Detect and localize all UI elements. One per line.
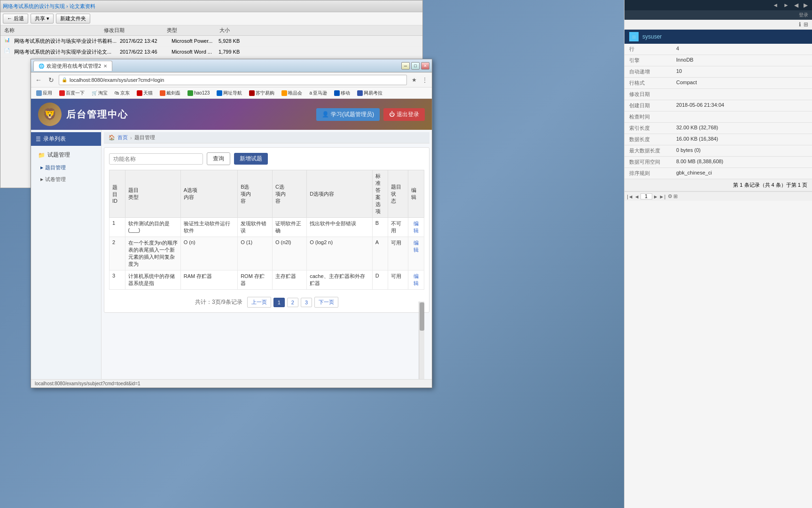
bookmark-baidu[interactable]: 百度一下: [56, 89, 87, 97]
file-row[interactable]: 📊 网络考试系统的设计与场实毕业设计书着科... 2017/6/22 13:42…: [0, 36, 422, 47]
db-info-label: 自动递增: [629, 68, 676, 75]
fe-path-part1[interactable]: 网络考试系统的设计与实现 › 论文素资料: [3, 3, 95, 10]
search-btn[interactable]: 查询: [207, 152, 230, 165]
db-info-value: 0 bytes (0): [676, 147, 701, 154]
breadcrumb-home[interactable]: 首页: [117, 134, 128, 141]
logout-btn[interactable]: ⏻ 退出登录: [383, 108, 425, 121]
daijian-icon: [160, 90, 165, 96]
db-info-row: 修改日期: [625, 89, 812, 100]
tab-close-btn[interactable]: ✕: [103, 64, 107, 69]
breadcrumb-home-icon: 🏠: [109, 135, 115, 141]
edit-btn[interactable]: 编辑: [411, 239, 421, 254]
th-id: 题目ID: [109, 170, 125, 218]
close-btn[interactable]: ✕: [421, 62, 429, 70]
bookmark-taobao[interactable]: 🛒 淘宝: [89, 89, 110, 97]
cell-edit[interactable]: 编辑: [408, 270, 424, 290]
bookmark-online[interactable]: 网易考拉: [354, 89, 385, 97]
bookmarks-bar: 应用 百度一下 🛒 淘宝 🛍 京东 天猫 戴剑磊: [31, 87, 432, 99]
cell-edit[interactable]: 编辑: [408, 237, 424, 270]
taobao-icon: 🛒: [92, 90, 97, 95]
window-controls: ─ □ ✕: [401, 62, 429, 70]
page-2-btn[interactable]: 2: [287, 298, 298, 307]
page-3-btn[interactable]: 3: [301, 298, 312, 307]
maximize-btn[interactable]: □: [411, 62, 420, 70]
refresh-btn[interactable]: ↻: [46, 75, 56, 85]
nav-first-icon[interactable]: |◄: [627, 194, 633, 199]
bookmark-weidian[interactable]: 唯品会: [279, 89, 305, 97]
sidebar: ☰ 录单列表 📁 试题管理 ▶ 题目管理 ▶: [31, 130, 102, 379]
menu-icon[interactable]: ⋮: [420, 75, 429, 85]
db-page-input[interactable]: [640, 193, 652, 199]
bookmark-yidong[interactable]: 移动: [331, 89, 353, 97]
db-info-row: 引擎InnoDB: [625, 55, 812, 66]
new-question-btn[interactable]: 新增试题: [234, 153, 268, 165]
cell-c: 证明软件正确: [272, 218, 306, 237]
bookmark-apps[interactable]: 应用: [33, 89, 55, 97]
questions-table: 题目ID 题目类型 A选项内容 B选项内容 C选项内容 D选项内容 标准答案选项…: [109, 170, 424, 290]
scroll-indicator[interactable]: [419, 302, 424, 379]
sidebar-header: ☰ 录单列表: [31, 132, 101, 146]
cell-c: O (n2l): [272, 237, 306, 270]
sidebar-subitem-question[interactable]: ▶ 题目管理: [31, 162, 101, 174]
bookmark-amazon[interactable]: a 亚马逊: [306, 89, 330, 97]
pagination-total: 共计：3页/9条记录: [195, 298, 242, 306]
edit-btn[interactable]: 编辑: [411, 220, 421, 234]
page-1-btn[interactable]: 1: [273, 298, 285, 307]
logout-btn-label: 退出登录: [397, 111, 419, 119]
col-type: 类型: [167, 27, 177, 34]
star-icon[interactable]: ★: [409, 75, 419, 85]
cell-a: RAM 存贮器: [180, 270, 237, 290]
bookmark-daijian[interactable]: 戴剑磊: [157, 89, 183, 97]
info-icon[interactable]: ℹ: [799, 21, 801, 28]
bookmark-hao123[interactable]: hao123: [185, 89, 212, 97]
nav-grid-icon[interactable]: ⊞: [673, 193, 678, 199]
sidebar-item-exam-mgmt[interactable]: 📁 试题管理: [31, 148, 101, 162]
back-btn[interactable]: ←: [33, 75, 44, 85]
bookmark-suning[interactable]: 苏宁易购: [246, 89, 277, 97]
db-info-row: 最大数据长度0 bytes (0): [625, 145, 812, 157]
edit-btn[interactable]: 编辑: [411, 273, 421, 287]
fe-new-folder-btn[interactable]: 新建文件夹: [56, 14, 90, 24]
db-info-row: 行4: [625, 44, 812, 55]
settings-icon[interactable]: ⊞: [804, 21, 808, 28]
bookmark-jd[interactable]: 🛍 京东: [112, 89, 133, 97]
db-info-label: 引擎: [629, 57, 676, 64]
browser-titlebar: 🌐 欢迎使用在线考试管理2 ✕ ─ □ ✕: [31, 59, 432, 72]
search-input[interactable]: [109, 153, 203, 165]
fe-share-btn[interactable]: 共享 ▾: [31, 14, 54, 24]
cell-type: 计算机系统中的存储器系统是指: [125, 270, 180, 290]
db-info-value: InnoDB: [676, 57, 694, 64]
browser-tab-active[interactable]: 🌐 欢迎使用在线考试管理2 ✕: [33, 61, 112, 71]
user-btn[interactable]: 👤 学习(试题管理员): [316, 108, 380, 121]
fe-back-btn[interactable]: ← 后退: [3, 14, 28, 24]
status-bar: localhost:8080/exam/sys/subject?cmd=toed…: [31, 379, 432, 388]
search-bar: 查询 新增试题: [109, 152, 424, 165]
file-row[interactable]: 📄 网络考试系统的设计与实现毕业设计论文... 2017/6/22 13:46 …: [0, 47, 422, 57]
db-nav-last[interactable]: ▶: [802, 1, 810, 9]
table-icon: ⊞: [629, 32, 639, 41]
sidebar-subitem-paper[interactable]: ▶ 试卷管理: [31, 174, 101, 185]
bookmark-site-label: 网址导航: [223, 90, 242, 96]
nav-settings-icon[interactable]: ⚙: [668, 193, 672, 199]
prev-page-btn[interactable]: 上一页: [247, 297, 271, 308]
file-date-2: 2017/6/22 13:46: [120, 49, 172, 55]
nav-last-icon[interactable]: ►|: [659, 194, 666, 199]
minimize-btn[interactable]: ─: [401, 62, 410, 70]
cell-edit[interactable]: 编辑: [408, 218, 424, 237]
address-bar[interactable]: 🔒 localhost:8080/exam/sys/user?cmd=login: [59, 75, 407, 85]
bookmark-hao123-label: hao123: [194, 90, 210, 95]
th-b: B选项内容: [238, 170, 273, 218]
db-nav-next[interactable]: ►: [781, 1, 791, 9]
bookmark-baidu-label: 百度一下: [66, 90, 85, 96]
bookmark-tianmao[interactable]: 天猫: [134, 89, 156, 97]
file-date-1: 2017/6/22 13:42: [120, 38, 172, 44]
bookmark-site[interactable]: 网址导航: [214, 89, 245, 97]
nav-prev-icon[interactable]: ◄: [634, 194, 640, 199]
db-info-value: 2018-05-06 21:34:04: [676, 102, 724, 109]
db-nav-prev[interactable]: ◄: [771, 1, 780, 9]
next-page-btn[interactable]: 下一页: [314, 297, 338, 308]
cell-status: 不可用: [388, 218, 408, 237]
tab-label: 欢迎使用在线考试管理2: [47, 63, 101, 70]
nav-next-icon[interactable]: ►: [653, 194, 658, 199]
db-nav-first[interactable]: ◀: [792, 1, 800, 9]
